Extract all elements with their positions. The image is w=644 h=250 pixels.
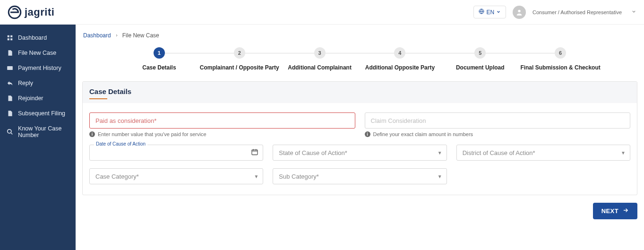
step-label: Final Submission & Checkout xyxy=(520,64,600,71)
sidebar-item-label: Know Your Case Number xyxy=(18,125,69,138)
step-document-upload[interactable]: 5 Document Upload xyxy=(440,47,520,71)
brand-logo-icon xyxy=(8,5,22,19)
breadcrumb-current: File New Case xyxy=(122,32,159,39)
info-icon: i xyxy=(89,131,95,137)
chevron-down-icon xyxy=(496,9,501,16)
sidebar-item-file-new-case[interactable]: File New Case xyxy=(0,45,76,60)
sidebar-item-know-case-number[interactable]: Know Your Case Number xyxy=(0,121,76,143)
card-header: Case Details xyxy=(83,82,637,103)
step-number: 3 xyxy=(314,47,326,59)
step-label: Additional Complainant xyxy=(288,64,352,71)
paid-helper-text: i Enter number value that you've paid fo… xyxy=(89,131,355,137)
step-label: Document Upload xyxy=(456,64,505,71)
sidebar-item-reply[interactable]: Reply xyxy=(0,76,76,91)
sidebar-item-label: File New Case xyxy=(18,50,56,56)
header-right: EN Consumer / Authorised Representative xyxy=(473,6,636,19)
sidebar-item-label: Subsequent Filing xyxy=(18,110,65,117)
breadcrumb: Dashboard File New Case xyxy=(82,32,637,39)
calendar-icon[interactable] xyxy=(251,148,258,157)
sidebar-item-label: Payment History xyxy=(18,65,61,71)
case-category-select[interactable] xyxy=(89,168,263,184)
svg-rect-5 xyxy=(8,38,9,40)
paid-as-consideration-input[interactable] xyxy=(89,112,355,129)
helper-label: Enter number value that you've paid for … xyxy=(98,131,206,137)
svg-rect-9 xyxy=(252,150,258,155)
sidebar-item-payment-history[interactable]: Payment History xyxy=(0,60,76,76)
card-body: i Enter number value that you've paid fo… xyxy=(83,103,637,195)
document-icon xyxy=(7,110,13,117)
sidebar-item-label: Dashboard xyxy=(18,34,47,41)
svg-rect-3 xyxy=(8,35,9,37)
step-additional-opposite[interactable]: 4 Additional Opposite Party xyxy=(360,47,440,71)
next-button-label: NEXT xyxy=(601,207,618,215)
avatar[interactable] xyxy=(513,6,526,19)
sidebar-item-subsequent-filing[interactable]: Subsequent Filing xyxy=(0,106,76,121)
search-icon xyxy=(7,129,13,135)
language-label: EN xyxy=(486,9,494,16)
step-number: 6 xyxy=(555,47,566,59)
sidebar-item-label: Reply xyxy=(18,80,33,86)
user-role-label: Consumer / Authorised Representative xyxy=(532,9,622,15)
step-additional-complainant[interactable]: 3 Additional Complainant xyxy=(280,47,360,71)
case-details-card: Case Details i Enter number value that y… xyxy=(82,81,637,195)
card-icon xyxy=(7,65,13,71)
step-label: Case Details xyxy=(142,64,176,71)
district-of-cause-select[interactable] xyxy=(456,145,630,161)
sidebar-item-label: Rejoinder xyxy=(18,95,43,102)
info-icon: i xyxy=(365,131,370,137)
date-of-cause-input[interactable] xyxy=(89,145,263,161)
step-number: 4 xyxy=(394,47,405,59)
step-case-details[interactable]: 1 Case Details xyxy=(119,47,199,71)
globe-icon xyxy=(479,9,484,16)
sub-category-select[interactable] xyxy=(273,168,447,184)
sidebar: Dashboard File New Case Payment History … xyxy=(0,25,76,250)
brand-name: jagriti xyxy=(25,6,54,18)
sidebar-item-dashboard[interactable]: Dashboard xyxy=(0,30,76,45)
helper-label: Define your exact claim amount in number… xyxy=(373,131,473,137)
chevron-right-icon xyxy=(115,32,119,39)
date-floating-label: Date of Cause of Action xyxy=(94,141,147,147)
step-label: Complainant / Opposite Party xyxy=(200,64,279,71)
step-number: 1 xyxy=(154,47,165,59)
app-header: jagriti EN Consumer / Authorised Represe… xyxy=(0,0,644,25)
breadcrumb-root[interactable]: Dashboard xyxy=(83,32,111,39)
svg-rect-7 xyxy=(7,66,13,70)
main-content: Dashboard File New Case 1 Case Details 2… xyxy=(76,25,644,250)
svg-rect-4 xyxy=(10,35,12,37)
step-label: Additional Opposite Party xyxy=(365,64,435,71)
sidebar-item-rejoinder[interactable]: Rejoinder xyxy=(0,91,76,106)
state-of-cause-select[interactable] xyxy=(273,145,447,161)
svg-point-8 xyxy=(8,129,11,133)
step-final-submission[interactable]: 6 Final Submission & Checkout xyxy=(520,47,601,71)
next-button[interactable]: NEXT xyxy=(593,203,637,219)
claim-consideration-input[interactable] xyxy=(365,112,631,129)
language-switcher[interactable]: EN xyxy=(473,6,506,18)
step-number: 5 xyxy=(474,47,486,59)
document-icon xyxy=(7,50,13,56)
arrow-right-icon xyxy=(622,207,629,215)
claim-helper-text: i Define your exact claim amount in numb… xyxy=(365,131,631,137)
svg-rect-6 xyxy=(10,38,12,40)
chevron-down-icon[interactable] xyxy=(631,9,636,16)
brand: jagriti xyxy=(8,5,54,19)
card-title: Case Details xyxy=(89,87,630,99)
stepper: 1 Case Details 2 Complainant / Opposite … xyxy=(82,47,637,71)
step-complainant-opposite[interactable]: 2 Complainant / Opposite Party xyxy=(199,47,280,71)
document-icon xyxy=(7,95,13,102)
form-actions: NEXT xyxy=(82,203,637,219)
grid-icon xyxy=(7,34,13,41)
reply-icon xyxy=(7,80,13,86)
step-number: 2 xyxy=(234,47,245,59)
svg-point-2 xyxy=(518,9,520,12)
